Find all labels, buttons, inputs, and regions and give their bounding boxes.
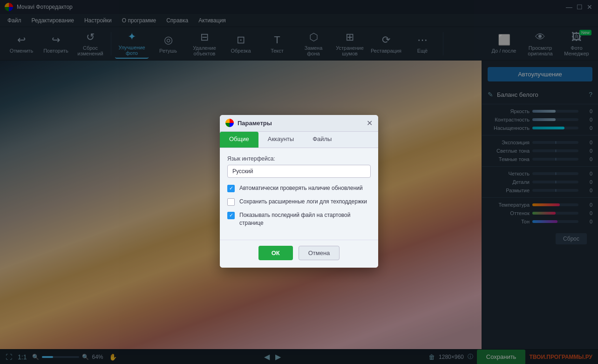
modal-tabs: Общие Аккаунты Файлы bbox=[220, 132, 378, 148]
modal-close-button[interactable]: ✕ bbox=[367, 119, 373, 128]
settings-modal: Параметры ✕ Общие Аккаунты Файлы Язык ин… bbox=[220, 115, 378, 268]
checkbox-row-3: ✓ Показывать последний файл на стартовой… bbox=[227, 211, 371, 227]
modal-overlay: Параметры ✕ Общие Аккаунты Файлы Язык ин… bbox=[0, 0, 598, 364]
save-logs-label: Сохранить расширенные логи для техподдер… bbox=[239, 198, 367, 206]
modal-body: Язык интерфейса: Русский English ✓ Автом… bbox=[220, 148, 378, 240]
modal-header: Параметры ✕ bbox=[220, 115, 378, 132]
checkbox-row-1: ✓ Автоматически проверять наличие обновл… bbox=[227, 184, 371, 192]
auto-update-label: Автоматически проверять наличие обновлен… bbox=[239, 184, 363, 192]
modal-cancel-button[interactable]: Отмена bbox=[299, 246, 340, 260]
language-select[interactable]: Русский English bbox=[227, 165, 371, 178]
modal-ok-button[interactable]: ОК bbox=[258, 246, 293, 260]
modal-footer: ОК Отмена bbox=[220, 240, 378, 268]
modal-logo-icon bbox=[225, 119, 234, 127]
language-field-label: Язык интерфейса: bbox=[227, 155, 371, 162]
show-last-file-label: Показывать последний файл на стартовой с… bbox=[239, 211, 371, 227]
show-last-file-checkbox[interactable]: ✓ bbox=[227, 212, 235, 219]
check-icon-3: ✓ bbox=[229, 212, 233, 218]
language-select-row: Русский English bbox=[227, 165, 371, 178]
auto-update-checkbox[interactable]: ✓ bbox=[227, 185, 235, 192]
save-logs-checkbox[interactable] bbox=[227, 198, 235, 206]
tab-files[interactable]: Файлы bbox=[303, 132, 341, 148]
modal-title: Параметры bbox=[238, 120, 363, 127]
tab-general[interactable]: Общие bbox=[220, 132, 258, 148]
tab-accounts[interactable]: Аккаунты bbox=[258, 132, 303, 148]
check-icon-1: ✓ bbox=[229, 185, 233, 191]
checkbox-row-2: Сохранить расширенные логи для техподдер… bbox=[227, 198, 371, 206]
